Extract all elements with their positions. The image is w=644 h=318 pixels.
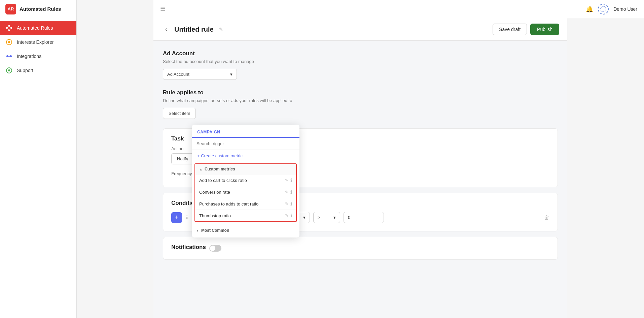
metric-actions: ✎ ℹ [285, 201, 292, 206]
svg-line-6 [7, 28, 9, 30]
metric-edit-icon[interactable]: ✎ [285, 201, 288, 206]
sidebar-item-label-integrations: Integrations [17, 54, 41, 59]
select-item-button[interactable]: Select item [163, 108, 196, 119]
sidebar-logo: AR [5, 4, 16, 14]
rule-applies-section: Rule applies to Define what campaigns, a… [163, 89, 558, 119]
user-name: Demo User [613, 6, 637, 12]
search-trigger-input[interactable] [192, 138, 299, 150]
notifications-toggle[interactable] [209, 245, 221, 252]
chevron-down-icon: ▼ [196, 229, 199, 232]
delete-condition-button[interactable]: 🗑 [544, 215, 549, 221]
rule-applies-description: Define what campaigns, ad sets or ads yo… [163, 98, 558, 103]
ad-account-dropdown-label: Ad Account [167, 72, 189, 77]
notifications-section: Notifications [163, 237, 558, 260]
rule-applies-title: Rule applies to [163, 89, 558, 96]
metric-actions: ✎ ℹ [285, 178, 292, 183]
support-icon [5, 67, 13, 74]
chevron-down-icon: ▾ [333, 215, 336, 220]
metric-edit-icon[interactable]: ✎ [285, 213, 288, 218]
sidebar-item-interests-explorer[interactable]: Interests Explorer [0, 35, 76, 49]
sidebar-nav: Automated Rules Interests Explorer Integ… [0, 18, 76, 80]
page-title: Untitled rule [174, 26, 214, 33]
svg-point-14 [8, 69, 10, 71]
save-draft-button[interactable]: Save draft [493, 24, 527, 35]
svg-point-11 [10, 55, 12, 57]
svg-line-5 [9, 26, 11, 28]
metric-item-purchases[interactable]: Purchases to adds to cart ratio ✎ ℹ [195, 198, 296, 210]
edit-title-icon[interactable]: ✎ [219, 27, 223, 32]
create-custom-metric-link[interactable]: + Create custom metric [192, 150, 299, 162]
metric-info-icon[interactable]: ℹ [290, 201, 292, 206]
metric-item-add-to-cart[interactable]: Add to cart to clicks ratio ✎ ℹ [195, 174, 296, 186]
metric-item-conversion-rate[interactable]: Conversion rate ✎ ℹ [195, 186, 296, 198]
svg-line-7 [9, 28, 11, 30]
topnav-left: ☰ [160, 5, 166, 13]
bell-icon[interactable]: 🔔 [586, 5, 593, 13]
ad-account-section: Ad Account Select the ad account that yo… [163, 50, 558, 80]
hamburger-icon[interactable]: ☰ [160, 5, 166, 13]
ad-account-description: Select the ad account that you want to m… [163, 59, 558, 64]
metric-edit-icon[interactable]: ✎ [285, 190, 288, 194]
operator-dropdown[interactable]: > ▾ [313, 212, 340, 223]
back-button[interactable]: ‹ [162, 25, 171, 34]
sidebar-item-integrations[interactable]: Integrations [0, 49, 76, 63]
dropdown-scroll: ▲ Custom metrics Add to cart to clicks r… [192, 162, 299, 237]
integrations-icon [5, 53, 13, 60]
campaign-tab[interactable]: CAMPAIGN [197, 130, 220, 138]
dropdown-tab-bar: CAMPAIGN [192, 125, 299, 138]
svg-point-10 [6, 55, 8, 57]
chevron-down-icon: ▾ [303, 215, 306, 220]
user-avatar [598, 4, 609, 14]
most-common-section: ▼ Most Common [192, 223, 299, 237]
value-input[interactable]: 0 [344, 212, 384, 223]
metric-item-thumbstop[interactable]: Thumbstop ratio ✎ ℹ [195, 210, 296, 221]
topnav-right: 🔔 Demo User [586, 4, 637, 14]
metric-info-icon[interactable]: ℹ [290, 189, 292, 195]
metric-actions: ✎ ℹ [285, 213, 292, 218]
automated-rules-icon [5, 24, 13, 32]
notifications-title: Notifications [171, 244, 206, 251]
custom-metrics-header: ▲ Custom metrics [195, 164, 296, 174]
ad-account-title: Ad Account [163, 50, 558, 57]
svg-point-9 [8, 41, 10, 43]
svg-rect-0 [8, 25, 10, 26]
sidebar: AR Automated Rules Automated Rules [0, 0, 77, 318]
header-buttons: Save draft Publish [493, 24, 559, 35]
chevron-up-icon: ▲ [199, 167, 203, 171]
sidebar-item-label-automated-rules: Automated Rules [17, 25, 53, 31]
metric-edit-icon[interactable]: ✎ [285, 178, 288, 183]
notifications-row: Notifications [171, 244, 549, 253]
add-condition-button[interactable]: + [171, 212, 182, 223]
interests-explorer-icon [5, 38, 13, 46]
svg-point-15 [601, 6, 606, 12]
notify-button[interactable]: Notify [171, 153, 194, 164]
sidebar-item-automated-rules[interactable]: Automated Rules [0, 21, 76, 35]
sidebar-header: AR Automated Rules [0, 0, 76, 18]
most-common-header: ▼ Most Common [196, 226, 295, 235]
chevron-down-icon: ▾ [230, 72, 232, 77]
metric-info-icon[interactable]: ℹ [290, 213, 292, 218]
top-navigation: ☰ 🔔 Demo User [153, 0, 644, 18]
frequency-label: Frequency: [171, 171, 193, 176]
publish-button[interactable]: Publish [530, 24, 559, 35]
metric-info-icon[interactable]: ℹ [290, 178, 292, 183]
sidebar-item-label-interests: Interests Explorer [17, 39, 54, 45]
trigger-dropdown-overlay: CAMPAIGN + Create custom metric ▲ Custom… [192, 125, 299, 237]
sidebar-item-support[interactable]: Support [0, 63, 76, 77]
sidebar-title: Automated Rules [20, 6, 61, 12]
ad-account-dropdown[interactable]: Ad Account ▾ [163, 69, 237, 80]
drag-handle: ⠿ [185, 215, 189, 220]
content-header: ‹ Untitled rule ✎ Save draft Publish [153, 18, 567, 41]
metric-actions: ✎ ℹ [285, 189, 292, 195]
sidebar-item-label-support: Support [17, 68, 33, 73]
custom-metrics-section: ▲ Custom metrics Add to cart to clicks r… [194, 163, 297, 222]
svg-line-4 [7, 26, 9, 28]
content-header-left: ‹ Untitled rule ✎ [162, 25, 223, 34]
